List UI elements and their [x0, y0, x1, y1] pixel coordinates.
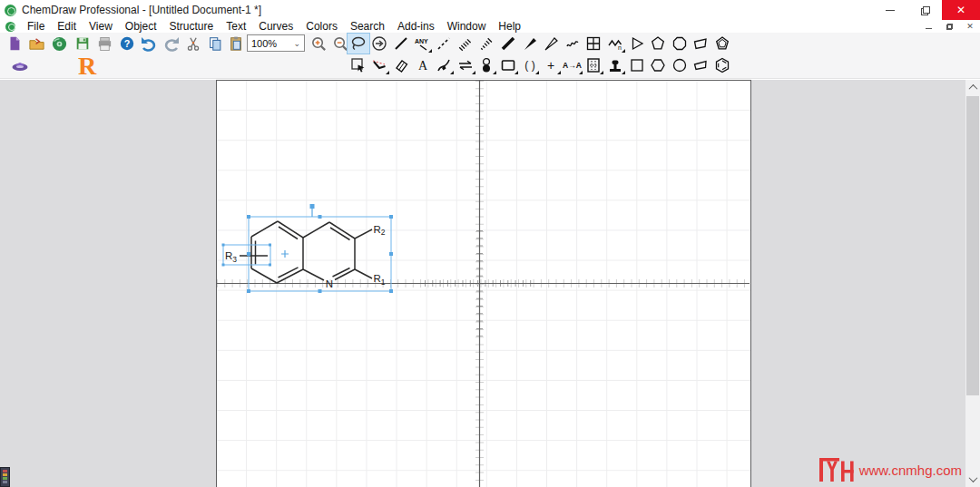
- hashed-bond-tool[interactable]: [455, 34, 476, 54]
- toolbar-main: ? 100% ⌄: [0, 33, 980, 54]
- paste-button[interactable]: [225, 34, 246, 54]
- undo-button[interactable]: [138, 34, 159, 54]
- polymer-bead-tool[interactable]: n: [604, 34, 626, 54]
- scroll-up-button[interactable]: [965, 80, 980, 95]
- table-tool[interactable]: [583, 34, 605, 54]
- close-button[interactable]: ✕: [942, 0, 980, 20]
- rotation-handle[interactable]: [310, 204, 315, 209]
- reaction-arrow-icon: [456, 56, 475, 74]
- orbital-tool[interactable]: [476, 55, 498, 75]
- menu-edit[interactable]: Edit: [51, 20, 83, 33]
- save-button[interactable]: [72, 34, 93, 54]
- table-grid-tool[interactable]: [583, 55, 605, 75]
- mdi-close-button[interactable]: ✕: [964, 22, 976, 32]
- solid-bond-tool[interactable]: [390, 34, 412, 54]
- quinoline-structure[interactable]: [240, 221, 372, 283]
- benzene-template-tool[interactable]: [711, 55, 733, 75]
- marquee-rect-tool[interactable]: [348, 55, 369, 75]
- square-template-tool[interactable]: [626, 55, 648, 75]
- flexible-ring-tool[interactable]: [691, 34, 712, 54]
- hexagon-template-tool[interactable]: [647, 55, 669, 75]
- menu-curves[interactable]: Curves: [252, 20, 299, 33]
- pentagon-ring-tool[interactable]: [647, 34, 669, 54]
- title-bar: ChemDraw Professional - [Untitled Docume…: [0, 0, 980, 20]
- bracket-icon: ( ): [521, 56, 539, 74]
- menu-text[interactable]: Text: [220, 20, 252, 33]
- atom-map-tool[interactable]: A→A: [562, 55, 583, 75]
- yh-logo-icon: [818, 456, 855, 483]
- close-icon: ✕: [956, 5, 965, 15]
- svg-text:+: +: [547, 58, 554, 73]
- wedge-bond-tool[interactable]: [519, 34, 541, 54]
- marquee-oval-tool[interactable]: [369, 34, 391, 54]
- wavy-bond-icon: [564, 34, 582, 53]
- triangle-ring-icon: [628, 34, 646, 53]
- menu-window[interactable]: Window: [441, 20, 493, 33]
- menu-object[interactable]: Object: [119, 20, 163, 33]
- open-document-button[interactable]: [26, 34, 47, 54]
- hollow-wedge-bond-tool[interactable]: [540, 34, 562, 54]
- help-button[interactable]: ?: [116, 34, 137, 54]
- eraser-tool[interactable]: [390, 55, 412, 75]
- cut-button[interactable]: [182, 34, 203, 54]
- restore-icon: [921, 6, 929, 15]
- rgroup-tool[interactable]: R: [78, 52, 96, 81]
- menu-colors[interactable]: Colors: [299, 20, 344, 33]
- menu-file[interactable]: File: [21, 20, 51, 33]
- any-bond-tool[interactable]: ANY: [412, 34, 434, 54]
- copy-button[interactable]: [204, 34, 225, 54]
- open-folder-icon: [28, 35, 45, 53]
- hashed-wedge-bond-tool[interactable]: [476, 34, 498, 54]
- print-button[interactable]: [94, 34, 115, 54]
- bracket-tool[interactable]: ( ): [519, 55, 541, 75]
- bold-bond-tool[interactable]: [497, 34, 519, 54]
- template-stamp-icon: [606, 56, 624, 74]
- octagon-ring-tool[interactable]: [669, 34, 691, 54]
- chevron-down-icon: [968, 473, 977, 482]
- pen-tool[interactable]: [433, 55, 455, 75]
- menu-help[interactable]: Help: [492, 20, 527, 33]
- minimize-button[interactable]: [873, 0, 907, 20]
- triangle-ring-tool[interactable]: [626, 34, 648, 54]
- zoom-in-button[interactable]: [309, 34, 329, 54]
- menu-addins[interactable]: Add-ins: [391, 20, 441, 33]
- draw-tool-strip: A ( ) + A→A: [348, 55, 733, 75]
- menu-view[interactable]: View: [83, 20, 119, 33]
- pentagon-3d-ring-tool[interactable]: [711, 34, 733, 54]
- color-palette-fragment[interactable]: [0, 467, 10, 487]
- drawing-box-tool[interactable]: [497, 55, 519, 75]
- scroll-down-button[interactable]: [965, 472, 980, 487]
- mdi-minimize-button[interactable]: [922, 22, 935, 32]
- text-tool[interactable]: A: [412, 55, 434, 75]
- undo-icon: [140, 34, 158, 53]
- restore-button[interactable]: [907, 0, 942, 20]
- mdi-restore-button[interactable]: [943, 22, 956, 32]
- print-icon: [96, 35, 113, 53]
- circle-template-tool[interactable]: [669, 55, 691, 75]
- reaction-arrow-tool[interactable]: [455, 55, 476, 75]
- save-cd-button[interactable]: [49, 34, 70, 54]
- table-icon: [584, 34, 603, 53]
- drawing-canvas[interactable]: N R2 R1 R3: [216, 80, 751, 487]
- atom-label-n: N: [326, 278, 333, 289]
- new-document-button[interactable]: [4, 34, 24, 54]
- scrollbar-thumb[interactable]: [966, 96, 979, 395]
- window-title: ChemDraw Professional - [Untitled Docume…: [22, 4, 261, 16]
- redo-button[interactable]: [161, 34, 181, 54]
- dashed-bond-tool[interactable]: [433, 34, 455, 54]
- zoom-level-select[interactable]: 100% ⌄: [247, 34, 305, 52]
- menu-search[interactable]: Search: [344, 20, 391, 33]
- lasso-tool[interactable]: [348, 34, 369, 54]
- wavy-bond-tool[interactable]: [562, 34, 583, 54]
- vertical-scrollbar[interactable]: [965, 80, 980, 487]
- new-document-icon: [6, 35, 23, 52]
- plus-tool[interactable]: +: [540, 55, 562, 75]
- template-stamp-tool[interactable]: [604, 55, 626, 75]
- collections-button[interactable]: [9, 55, 30, 75]
- quad-template-tool[interactable]: [691, 55, 712, 75]
- bend-tool[interactable]: [369, 55, 391, 75]
- menu-structure[interactable]: Structure: [163, 20, 220, 33]
- benzene-template-icon: [713, 56, 731, 74]
- hollow-wedge-icon: [542, 34, 560, 53]
- menu-bar: File Edit View Object Structure Text Cur…: [0, 20, 980, 33]
